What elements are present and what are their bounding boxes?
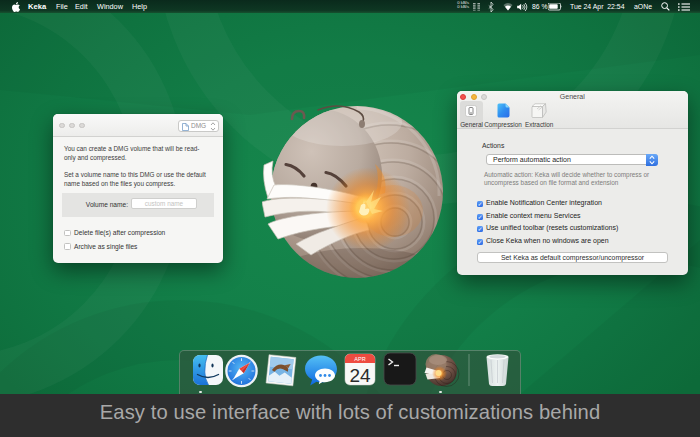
svg-text:24: 24 xyxy=(349,365,371,386)
svg-text:APR: APR xyxy=(354,356,365,362)
